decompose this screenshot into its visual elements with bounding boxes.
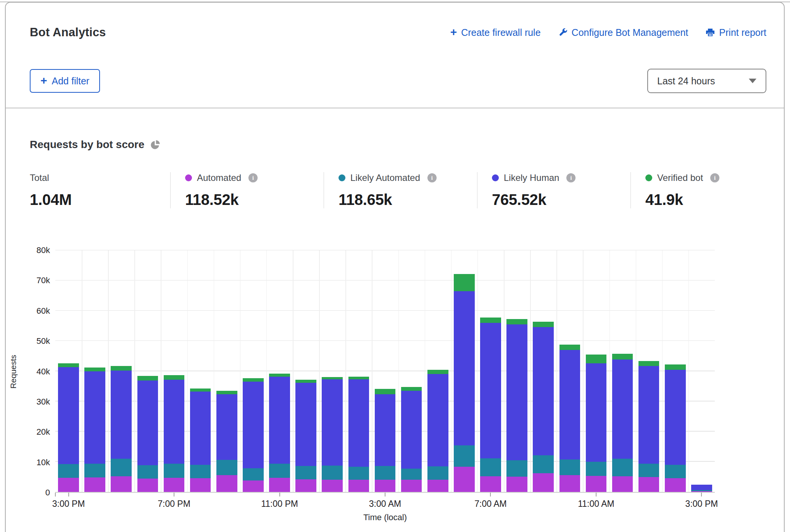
time-range-value: Last 24 hours <box>657 76 715 87</box>
bar-10-00-pm[interactable] <box>243 250 264 492</box>
bar-6-00-pm[interactable] <box>137 250 158 492</box>
stat-likely-automated-label: Likely Automated <box>350 172 420 184</box>
segment-likely-human <box>216 394 237 460</box>
gridline <box>662 250 663 492</box>
info-icon[interactable] <box>427 173 437 182</box>
bar-5-00-pm[interactable] <box>111 250 132 492</box>
gridline <box>451 250 452 492</box>
stat-total: Total 1.04M <box>30 172 170 208</box>
x-tick-label: 11:00 PM <box>261 499 298 509</box>
segment-verified-bot <box>559 345 580 350</box>
bar-1-00-am[interactable] <box>322 250 343 492</box>
bar-7-00-am[interactable] <box>480 250 501 492</box>
gridline <box>161 250 161 492</box>
segment-verified-bot <box>375 389 396 394</box>
info-icon[interactable] <box>710 173 719 182</box>
x-tick <box>385 493 385 497</box>
stat-likely-human-label: Likely Human <box>504 172 559 184</box>
segment-likely-automated <box>612 459 633 476</box>
configure-bot-management-link[interactable]: Configure Bot Management <box>558 27 688 38</box>
bar-2-00-am[interactable] <box>348 250 369 492</box>
gridline <box>134 250 135 492</box>
bar-4-00-am[interactable] <box>401 250 422 492</box>
segment-verified-bot <box>533 322 554 327</box>
create-firewall-rule-label: Create firewall rule <box>461 27 540 38</box>
gridline <box>266 250 267 492</box>
stat-likely-human[interactable]: Likely Human 765.52k <box>477 172 630 208</box>
bar-9-00-am[interactable] <box>533 250 554 492</box>
x-tick <box>596 493 597 497</box>
filter-row: Add filter Last 24 hours <box>6 69 784 93</box>
gridline <box>477 250 478 492</box>
plus-icon <box>450 27 457 37</box>
bar-4-00-pm[interactable] <box>84 250 105 492</box>
bar-8-00-pm[interactable] <box>190 250 211 492</box>
x-axis-labels: 3:00 PM7:00 PM11:00 PM3:00 AM7:00 AM11:0… <box>55 493 715 513</box>
gridline <box>530 250 531 492</box>
create-firewall-rule-link[interactable]: Create firewall rule <box>450 27 541 38</box>
bar-3-00-am[interactable] <box>375 250 396 492</box>
gridline <box>108 250 109 492</box>
segment-automated <box>190 478 211 492</box>
bar-1-00-pm[interactable] <box>638 250 659 492</box>
info-icon[interactable] <box>248 173 258 182</box>
segment-likely-human <box>665 370 686 465</box>
stat-automated[interactable]: Automated 118.52k <box>170 172 324 208</box>
segment-likely-human <box>612 360 633 459</box>
x-tick-label: 3:00 PM <box>52 499 85 509</box>
segment-likely-human <box>375 394 396 466</box>
bar-7-00-pm[interactable] <box>164 250 185 492</box>
segment-automated <box>506 477 527 492</box>
x-tick <box>490 493 491 497</box>
gridline <box>583 250 584 492</box>
segment-likely-automated <box>427 466 448 480</box>
section-title-row: Requests by bot score <box>30 138 784 151</box>
segment-likely-human <box>190 392 211 464</box>
bar-8-00-am[interactable] <box>506 250 527 492</box>
segment-verified-bot <box>190 389 211 392</box>
bar-3-00-pm[interactable] <box>58 250 79 492</box>
print-report-link[interactable]: Print report <box>706 27 766 38</box>
bar-3-00-pm[interactable] <box>691 250 712 492</box>
segment-likely-automated <box>269 464 290 477</box>
segment-verified-bot <box>612 354 633 360</box>
bar-10-00-am[interactable] <box>559 250 580 492</box>
printer-icon <box>706 28 715 37</box>
y-tick-label: 80k <box>37 245 50 255</box>
segment-automated <box>612 476 633 492</box>
segment-automated <box>454 467 475 492</box>
gridline <box>372 250 372 492</box>
gridline <box>556 250 557 492</box>
segment-likely-human <box>638 366 659 464</box>
x-tick-label: 7:00 PM <box>158 499 190 509</box>
bar-12-00-pm[interactable] <box>612 250 633 492</box>
plot-area <box>55 250 715 493</box>
info-icon[interactable] <box>566 173 576 182</box>
segment-likely-human <box>295 383 316 466</box>
add-filter-button[interactable]: Add filter <box>30 69 100 93</box>
segment-automated <box>665 478 686 492</box>
segment-likely-automated <box>137 465 158 479</box>
requests-by-bot-score-chart: Requests 010k20k30k40k50k60k70k80k 3:00 … <box>6 250 784 522</box>
y-tick-label: 20k <box>37 427 50 437</box>
stat-likely-automated-value: 118.65k <box>339 191 477 208</box>
bar-5-00-am[interactable] <box>427 250 448 492</box>
bar-11-00-am[interactable] <box>586 250 607 492</box>
gridline <box>187 250 188 492</box>
bar-11-00-pm[interactable] <box>269 250 290 492</box>
segment-likely-human <box>269 377 290 464</box>
stat-likely-automated[interactable]: Likely Automated 118.65k <box>324 172 477 208</box>
stat-total-label: Total <box>30 172 49 184</box>
x-tick <box>701 493 702 497</box>
bar-6-00-am[interactable] <box>454 250 475 492</box>
stat-verified-bot[interactable]: Verified bot 41.9k <box>630 172 784 208</box>
bar-2-00-pm[interactable] <box>665 250 686 492</box>
likely-automated-legend-dot <box>339 174 345 181</box>
bar-12-00-am[interactable] <box>295 250 316 492</box>
time-range-dropdown[interactable]: Last 24 hours <box>647 69 766 93</box>
segment-likely-human <box>559 350 580 459</box>
stat-verified-bot-label: Verified bot <box>657 172 703 184</box>
bar-9-00-pm[interactable] <box>216 250 237 492</box>
verified-bot-legend-dot <box>645 174 652 181</box>
segment-verified-bot <box>111 366 132 371</box>
